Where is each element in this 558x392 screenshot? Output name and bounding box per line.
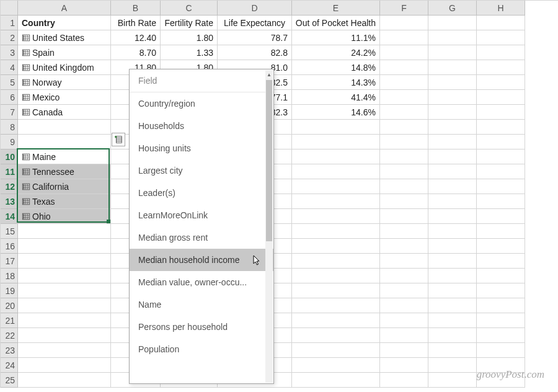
cell-G5[interactable]: [428, 75, 477, 90]
cell-A18[interactable]: [18, 269, 111, 283]
cell-H12[interactable]: [477, 179, 525, 194]
cell-F9[interactable]: [380, 135, 428, 149]
cell-E10[interactable]: [292, 149, 380, 164]
row-header-17[interactable]: 17: [1, 254, 18, 269]
row-header-24[interactable]: 24: [1, 358, 18, 373]
dropdown-item[interactable]: Median value, owner-occu...: [130, 271, 273, 293]
cell-H11[interactable]: [477, 164, 525, 179]
cell-A15[interactable]: [18, 224, 111, 239]
select-all-corner[interactable]: [1, 1, 18, 16]
row-header-14[interactable]: 14: [1, 209, 18, 224]
cell-F15[interactable]: [380, 224, 428, 239]
cell-H13[interactable]: [477, 194, 525, 209]
cell-F1[interactable]: [380, 16, 428, 30]
cell-H19[interactable]: [477, 283, 525, 298]
cell-F5[interactable]: [380, 75, 428, 90]
dropdown-scrollbar[interactable]: ▲: [265, 70, 273, 383]
cell-A2[interactable]: United States: [18, 30, 111, 45]
cell-A8[interactable]: [18, 120, 111, 135]
cell-H9[interactable]: [477, 135, 525, 149]
cell-A13[interactable]: Texas: [18, 194, 111, 209]
cell-G13[interactable]: [428, 194, 477, 209]
cell-H10[interactable]: [477, 149, 525, 164]
field-dropdown[interactable]: FieldCountry/regionHouseholdsHousing uni…: [129, 69, 274, 384]
cell-A12[interactable]: California: [18, 179, 111, 194]
cell-F8[interactable]: [380, 120, 428, 135]
cell-G11[interactable]: [428, 164, 477, 179]
cell-E13[interactable]: [292, 194, 380, 209]
cell-B3[interactable]: 8.70: [111, 45, 161, 60]
cell-E1[interactable]: Out of Pocket Health: [292, 16, 380, 30]
cell-F6[interactable]: [380, 90, 428, 105]
cell-H18[interactable]: [477, 269, 525, 283]
cell-G24[interactable]: [428, 358, 477, 373]
cell-G7[interactable]: [428, 105, 477, 120]
cell-H2[interactable]: [477, 30, 525, 45]
cell-G22[interactable]: [428, 328, 477, 343]
column-header-H[interactable]: H: [477, 1, 525, 16]
cell-D1[interactable]: Life Expectancy: [218, 16, 292, 30]
cell-G1[interactable]: [428, 16, 477, 30]
cell-A16[interactable]: [18, 239, 111, 254]
cell-F20[interactable]: [380, 298, 428, 313]
cell-H20[interactable]: [477, 298, 525, 313]
cell-G15[interactable]: [428, 224, 477, 239]
row-header-11[interactable]: 11: [1, 164, 18, 179]
cell-E18[interactable]: [292, 269, 380, 283]
dropdown-item[interactable]: Households: [130, 115, 273, 137]
cell-E3[interactable]: 24.2%: [292, 45, 380, 60]
cell-G20[interactable]: [428, 298, 477, 313]
row-header-16[interactable]: 16: [1, 239, 18, 254]
cell-F4[interactable]: [380, 60, 428, 75]
cell-A5[interactable]: Norway: [18, 75, 111, 90]
cell-B1[interactable]: Birth Rate: [111, 16, 161, 30]
cell-B2[interactable]: 12.40: [111, 30, 161, 45]
cell-A1[interactable]: Country: [18, 16, 111, 30]
cell-E2[interactable]: 11.1%: [292, 30, 380, 45]
cell-E12[interactable]: [292, 179, 380, 194]
spreadsheet-grid[interactable]: ABCDEFGH1CountryBirth RateFertility Rate…: [0, 0, 558, 388]
cell-F19[interactable]: [380, 283, 428, 298]
cell-A24[interactable]: [18, 358, 111, 373]
cell-H21[interactable]: [477, 313, 525, 328]
cell-H4[interactable]: [477, 60, 525, 75]
cell-A9[interactable]: [18, 135, 111, 149]
column-header-B[interactable]: B: [111, 1, 161, 16]
dropdown-item[interactable]: Median household income: [130, 249, 273, 271]
cell-A10[interactable]: Maine: [18, 149, 111, 164]
cell-A17[interactable]: [18, 254, 111, 269]
dropdown-item[interactable]: Housing units: [130, 137, 273, 159]
cell-G10[interactable]: [428, 149, 477, 164]
cell-E9[interactable]: [292, 135, 380, 149]
row-header-15[interactable]: 15: [1, 224, 18, 239]
cell-A21[interactable]: [18, 313, 111, 328]
cell-F10[interactable]: [380, 149, 428, 164]
cell-F23[interactable]: [380, 343, 428, 358]
cell-G12[interactable]: [428, 179, 477, 194]
row-header-9[interactable]: 9: [1, 135, 18, 149]
dropdown-item[interactable]: Median gross rent: [130, 226, 273, 249]
dropdown-item[interactable]: Persons per household: [130, 316, 273, 338]
column-header-C[interactable]: C: [161, 1, 218, 16]
cell-G19[interactable]: [428, 283, 477, 298]
cell-G9[interactable]: [428, 135, 477, 149]
cell-A25[interactable]: [18, 373, 111, 388]
row-header-1[interactable]: 1: [1, 16, 18, 30]
cell-H17[interactable]: [477, 254, 525, 269]
cell-H3[interactable]: [477, 45, 525, 60]
cell-F24[interactable]: [380, 358, 428, 373]
cell-A20[interactable]: [18, 298, 111, 313]
cell-E22[interactable]: [292, 328, 380, 343]
cell-A4[interactable]: United Kingdom: [18, 60, 111, 75]
cell-G4[interactable]: [428, 60, 477, 75]
row-header-22[interactable]: 22: [1, 328, 18, 343]
dropdown-item[interactable]: Largest city: [130, 159, 273, 182]
row-header-10[interactable]: 10: [1, 149, 18, 164]
cell-G2[interactable]: [428, 30, 477, 45]
row-header-4[interactable]: 4: [1, 60, 18, 75]
cell-A19[interactable]: [18, 283, 111, 298]
cell-H22[interactable]: [477, 328, 525, 343]
cell-A3[interactable]: Spain: [18, 45, 111, 60]
row-header-6[interactable]: 6: [1, 90, 18, 105]
column-header-F[interactable]: F: [380, 1, 428, 16]
